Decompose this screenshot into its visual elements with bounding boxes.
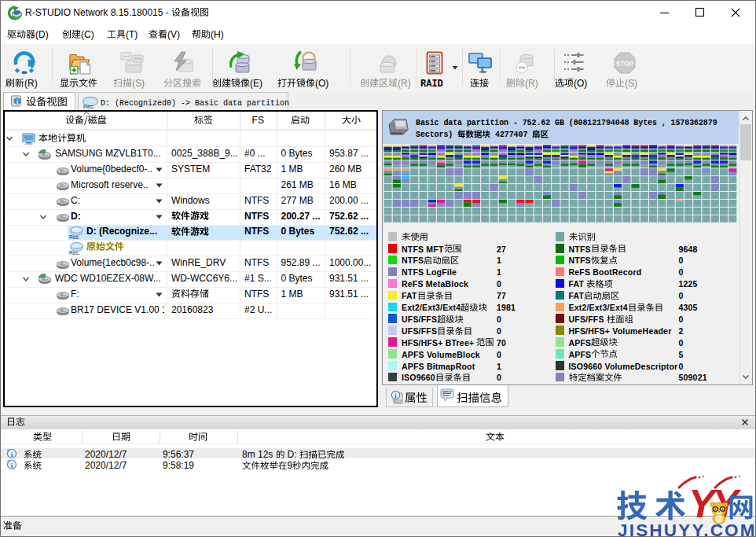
svg-text:Rec.: Rec. [83,104,94,109]
svg-text:Rec.: Rec. [69,234,80,240]
svg-text:Rec.: Rec. [69,250,80,256]
svg-text:STOP: STOP [616,61,634,68]
